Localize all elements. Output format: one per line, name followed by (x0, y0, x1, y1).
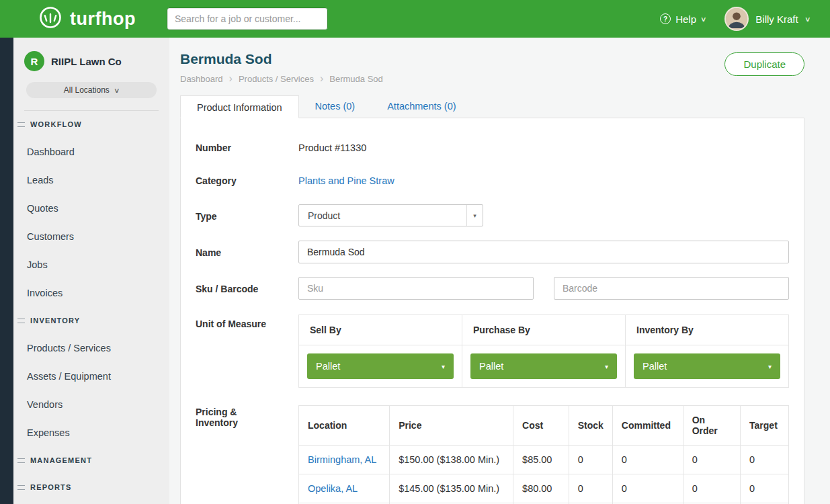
sidebar-item-quotes[interactable]: Quotes (13, 194, 169, 222)
company-block: R RIIPL Lawn Co All Locations ∨ (13, 38, 169, 111)
category-link[interactable]: Plants and Pine Straw (298, 175, 395, 186)
sidebar-item-invoices[interactable]: Invoices (13, 279, 169, 307)
sidebar-section-workflow[interactable]: WORKFLOW (13, 111, 169, 138)
section-dashes-icon (17, 485, 25, 490)
unit-of-measure-label: Unit of Measure (196, 314, 298, 388)
purchase-by-dropdown[interactable]: Pallet ▾ (470, 353, 617, 379)
uom-column-inventory-by: Inventory By (626, 315, 789, 345)
user-menu[interactable]: Billy Kraft ∨ (724, 7, 810, 31)
section-dashes-icon (17, 458, 25, 463)
sidebar-item-assets-equipment[interactable]: Assets / Equipment (13, 362, 169, 390)
location-link[interactable]: Opelika, AL (308, 483, 358, 494)
committed-cell: 0 (612, 446, 683, 474)
location-link[interactable]: Birmingham, AL (308, 454, 376, 465)
chevron-down-icon: ∨ (700, 15, 707, 23)
sidebar-section-inventory[interactable]: INVENTORY (13, 307, 169, 334)
main-content: Bermuda Sod Dashboard › Products / Servi… (169, 38, 830, 504)
select-arrow-icon: ▾ (768, 363, 772, 370)
uom-column-sell-by: Sell By (299, 315, 462, 345)
pricing-inventory-table: Location Price Cost Stock Committed On O… (298, 405, 789, 504)
sidebar-item-expenses[interactable]: Expenses (13, 419, 169, 447)
target-cell: 0 (741, 474, 789, 503)
number-value: Product #11330 (298, 141, 789, 153)
tab-bar: Product Information Notes (0) Attachment… (180, 95, 804, 118)
sidebar-section-reports[interactable]: REPORTS (13, 474, 169, 501)
section-dashes-icon (17, 122, 25, 127)
product-information-panel: Number Product #11330 Category Plants an… (180, 118, 804, 504)
sidebar-item-customers[interactable]: Customers (13, 222, 169, 251)
sidebar-item-leads[interactable]: Leads (13, 166, 169, 194)
breadcrumb: Dashboard › Products / Services › Bermud… (180, 73, 383, 84)
section-label: INVENTORY (30, 317, 80, 325)
help-menu[interactable]: ? Help ∨ (660, 13, 706, 25)
location-filter-dropdown[interactable]: All Locations ∨ (26, 82, 157, 98)
on-order-cell: 0 (683, 474, 740, 503)
section-label: WORKFLOW (30, 120, 82, 128)
company-logo: R (24, 51, 44, 71)
name-input[interactable] (298, 241, 789, 263)
left-rail (0, 38, 13, 504)
col-stock: Stock (569, 406, 612, 446)
price-cell: $150.00 ($138.00 Min.) (390, 446, 513, 474)
sidebar-item-dashboard[interactable]: Dashboard (13, 138, 169, 166)
help-label: Help (675, 13, 696, 25)
sidebar-item-products-services[interactable]: Products / Services (13, 334, 169, 362)
sidebar-section-management[interactable]: MANAGEMENT (13, 447, 169, 474)
company-name: RIIPL Lawn Co (51, 56, 122, 67)
turfhop-logo-icon (38, 5, 63, 33)
pricing-row: Birmingham, AL $150.00 ($138.00 Min.) $8… (299, 446, 789, 474)
sku-input[interactable] (298, 277, 534, 300)
tab-notes[interactable]: Notes (0) (299, 95, 372, 118)
app-window: turfhop ? Help ∨ Billy Kraft ∨ (0, 0, 830, 504)
pricing-label-line1: Pricing & (196, 407, 237, 417)
duplicate-button[interactable]: Duplicate (724, 52, 804, 76)
select-arrow-icon: ▾ (442, 363, 445, 370)
breadcrumb-dashboard[interactable]: Dashboard (180, 74, 223, 84)
unit-of-measure-table: Sell By Purchase By Inventory By Pallet … (298, 314, 789, 388)
section-label: MANAGEMENT (30, 456, 92, 464)
sidebar-item-vendors[interactable]: Vendors (13, 390, 169, 419)
section-label: REPORTS (30, 483, 72, 491)
col-committed: Committed (612, 406, 683, 446)
col-cost: Cost (513, 406, 569, 446)
tab-attachments[interactable]: Attachments (0) (371, 95, 472, 118)
search-input[interactable] (167, 7, 328, 30)
type-label: Type (196, 204, 298, 226)
category-label: Category (196, 174, 298, 186)
pricing-label-line2: Inventory (196, 417, 238, 428)
pricing-row: Opelika, AL $145.00 ($135.00 Min.) $80.0… (299, 474, 789, 503)
chevron-down-icon: ∨ (804, 15, 811, 23)
cost-cell: $85.00 (513, 446, 569, 474)
price-cell: $145.00 ($135.00 Min.) (390, 474, 513, 503)
purchase-by-value: Pallet (479, 361, 503, 372)
stock-cell: 0 (569, 446, 612, 474)
col-price: Price (390, 406, 513, 446)
breadcrumb-separator-icon: › (229, 73, 233, 84)
location-filter-label: All Locations (64, 85, 110, 95)
page-header: Bermuda Sod Dashboard › Products / Servi… (180, 51, 804, 84)
user-name: Billy Kraft (755, 13, 798, 25)
on-order-cell: 0 (683, 446, 740, 474)
committed-cell: 0 (612, 474, 683, 503)
chevron-down-icon: ∨ (114, 87, 120, 94)
inventory-by-dropdown[interactable]: Pallet ▾ (634, 353, 780, 379)
brand[interactable]: turfhop (38, 5, 136, 33)
select-arrow-icon: ▾ (605, 363, 608, 370)
name-label: Name (196, 241, 298, 263)
sell-by-dropdown[interactable]: Pallet ▾ (307, 353, 454, 379)
tab-product-information[interactable]: Product Information (180, 95, 299, 118)
barcode-input[interactable] (554, 277, 789, 300)
uom-column-purchase-by: Purchase By (462, 315, 626, 345)
number-label: Number (196, 141, 298, 153)
select-arrow-icon: ▾ (466, 205, 483, 226)
avatar (724, 7, 749, 31)
help-icon: ? (660, 13, 671, 24)
pricing-inventory-label: Pricing & Inventory (196, 405, 298, 504)
breadcrumb-products-services[interactable]: Products / Services (239, 74, 314, 84)
section-dashes-icon (17, 319, 25, 323)
type-select[interactable]: Product ▾ (298, 204, 483, 226)
breadcrumb-separator-icon: › (320, 73, 323, 84)
breadcrumb-current: Bermuda Sod (329, 74, 383, 84)
sidebar-item-jobs[interactable]: Jobs (13, 251, 169, 279)
inventory-by-value: Pallet (642, 361, 667, 372)
